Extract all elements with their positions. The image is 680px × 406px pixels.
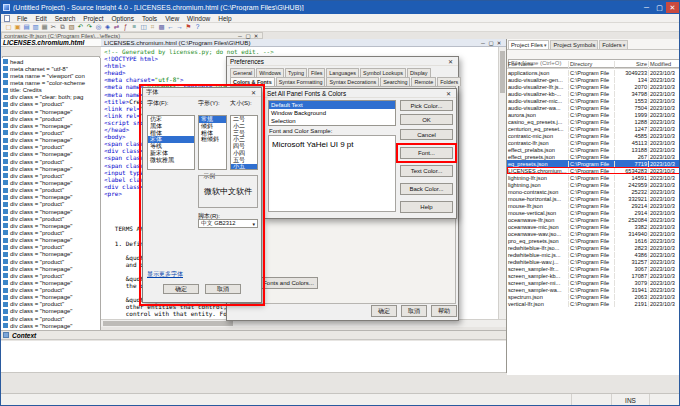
cancel-button[interactable]: 取消 xyxy=(401,305,427,317)
tab-files[interactable]: Files xyxy=(308,68,325,77)
new-file-icon[interactable]: ▢ xyxy=(4,23,13,31)
symbol-item[interactable]: div class = "product" xyxy=(1,172,100,179)
cancel-button[interactable]: 取消 xyxy=(205,284,241,294)
undo-icon[interactable]: ↶ xyxy=(76,23,85,31)
symbol-item[interactable]: div class = "product" xyxy=(1,244,100,251)
symbol-window-icon[interactable]: ≡ xyxy=(130,23,139,31)
table-row[interactable]: effect_presets.jsonC:\Program File267202… xyxy=(507,153,680,160)
symbol-item[interactable]: meta charset = "utf-8" xyxy=(1,65,100,72)
tab-colors-fonts[interactable]: Colors & Fonts xyxy=(230,77,275,86)
column-header-directory[interactable]: Directory xyxy=(569,61,615,68)
symbol-item[interactable]: div class = "clear: both; pag xyxy=(1,94,100,101)
table-row[interactable]: eq_presets.jsonC:\Program File77192023/1… xyxy=(507,160,680,167)
context-window-icon[interactable]: ◫ xyxy=(139,23,148,31)
project-window-icon[interactable]: ▩ xyxy=(157,23,166,31)
list-item[interactable]: 小五 xyxy=(231,164,257,170)
color-item-default-text[interactable]: Default Text xyxy=(269,101,395,109)
document-icon[interactable] xyxy=(4,15,10,22)
table-row[interactable]: redwhiteblue-mic.js...C:\Program File438… xyxy=(507,251,680,258)
symbol-item[interactable]: div class = "product" xyxy=(1,201,100,208)
table-row[interactable]: audio-visualizer-mic...C:\Program File15… xyxy=(507,97,680,104)
list-item[interactable]: 微软雅黑 xyxy=(148,157,194,164)
symbol-item[interactable]: div class = "homepage" xyxy=(1,165,100,172)
go-back-icon[interactable]: ← xyxy=(166,23,175,31)
symbol-item[interactable]: div class = "homepage" xyxy=(1,308,100,315)
copy-icon[interactable]: ⧉ xyxy=(58,23,67,31)
ok-button[interactable]: OK xyxy=(400,114,453,125)
close-icon[interactable]: ✕ xyxy=(446,58,455,65)
table-row[interactable]: oceanwave-mic.jsonC:\Program File3382202… xyxy=(507,223,680,230)
cut-icon[interactable]: ✂ xyxy=(49,23,58,31)
tab-folders[interactable]: Folders▾ xyxy=(599,40,628,49)
tab-typing[interactable]: Typing xyxy=(285,68,307,77)
symbol-item[interactable]: div class = "product" xyxy=(1,144,100,151)
table-row[interactable]: lightning.jsonC:\Program File2429592023/… xyxy=(507,181,680,188)
table-row[interactable]: applications.jsonC:\Program File30492332… xyxy=(507,69,680,76)
menu-tools[interactable]: Tools xyxy=(138,15,161,22)
symbol-item[interactable]: title: Credits xyxy=(1,87,100,94)
minimize-icon[interactable]: ─ xyxy=(479,40,487,46)
table-row[interactable]: redwhiteblue-lfr.jso...C:\Program File28… xyxy=(507,244,680,251)
color-item-selection[interactable]: Selection xyxy=(269,117,395,125)
table-row[interactable]: mouse-vertical.jsonC:\Program File291420… xyxy=(507,209,680,216)
symbol-item[interactable]: div class = "product" xyxy=(1,129,100,136)
menu-edit[interactable]: Edit xyxy=(31,15,50,22)
scrollbar-thumb[interactable] xyxy=(500,51,505,93)
symbol-item[interactable]: div class = "product" xyxy=(1,301,100,308)
save-icon[interactable]: ▤ xyxy=(22,23,31,31)
minimize-icon[interactable]: ─ xyxy=(236,33,244,39)
script-select[interactable]: 中文 GB2312 ▾ xyxy=(198,219,258,228)
back-color-button[interactable]: Back Color... xyxy=(400,183,453,195)
search-icon[interactable]: ◎ xyxy=(94,23,103,31)
close-icon[interactable]: ✕ xyxy=(495,40,503,46)
tab-searching[interactable]: Searching xyxy=(380,77,410,86)
licenses-file-row[interactable]: LICENSES.chromium...C:\Program File65342… xyxy=(507,167,680,174)
symbol-item[interactable]: div class = "product" xyxy=(1,215,100,222)
table-row[interactable]: redwhiteblue-wav.j...C:\Program File3125… xyxy=(507,258,680,265)
go-forward-icon[interactable]: → xyxy=(175,23,184,31)
table-row[interactable]: contrastc-mic.jsonC:\Program File4585202… xyxy=(507,132,680,139)
cancel-button[interactable]: Cancel xyxy=(400,129,453,140)
table-row[interactable]: mono-contrastc.jsonC:\Program File252322… xyxy=(507,188,680,195)
symbol-item[interactable]: div class = "homepage" xyxy=(1,279,100,286)
symbol-item[interactable]: div class = "product" xyxy=(1,258,100,265)
ok-button[interactable]: 确定 xyxy=(163,284,199,294)
symbol-item[interactable]: div class = "product" xyxy=(1,187,100,194)
help-button[interactable]: 帮助 xyxy=(431,305,457,317)
paste-icon[interactable]: ▧ xyxy=(67,23,76,31)
tab-folders[interactable]: Folders xyxy=(437,77,461,86)
text-color-button[interactable]: Text Color... xyxy=(400,165,453,177)
tab-windows[interactable]: Windows xyxy=(256,68,284,77)
redo-icon[interactable]: ↷ xyxy=(85,23,94,31)
symbol-item[interactable]: div class = "homepage" xyxy=(1,108,100,115)
editor-vscrollbar[interactable] xyxy=(498,47,506,319)
table-row[interactable]: screen_sampler-mi...C:\Program File30792… xyxy=(507,279,680,286)
symbol-item[interactable]: meta name = "color-scheme xyxy=(1,79,100,86)
tab-project-symbols[interactable]: Project Symbols xyxy=(550,40,598,49)
menu-view[interactable]: View xyxy=(161,15,183,22)
context-panel-header[interactable]: Context xyxy=(1,330,506,340)
browse-symbols-icon[interactable]: ƒ xyxy=(121,23,130,31)
list-item[interactable]: 粗倾斜 xyxy=(199,136,226,143)
maximize-icon[interactable]: ▢ xyxy=(653,2,666,13)
symbol-item[interactable]: div class = "product" xyxy=(1,272,100,279)
menu-file[interactable]: File xyxy=(13,15,31,22)
symbol-item[interactable]: div class = "homepage" xyxy=(1,137,100,144)
tab-remote[interactable]: Remote xyxy=(411,77,436,86)
symbol-item[interactable]: div class = "product" xyxy=(1,115,100,122)
close-icon[interactable]: ✕ xyxy=(249,89,258,96)
table-row[interactable]: lightning-lfr.jsonC:\Program File1459120… xyxy=(507,174,680,181)
ok-button[interactable]: 确定 xyxy=(371,305,397,317)
help-button[interactable]: Help xyxy=(400,201,453,213)
replace-icon[interactable]: ⇄ xyxy=(112,23,121,31)
symbol-item[interactable]: div class = "product" xyxy=(1,315,100,322)
table-row[interactable]: audio-visualizer-kb-...C:\Program File34… xyxy=(507,90,680,97)
symbol-item[interactable]: div class = "product" xyxy=(1,229,100,236)
symbol-item[interactable]: div class = "homepage" xyxy=(1,222,100,229)
bookmark-icon[interactable]: ⚑ xyxy=(184,23,193,31)
table-row[interactable]: screen_sampler-kb...C:\Program File17087… xyxy=(507,272,680,279)
tab-symbol-lookups[interactable]: Symbol Lookups xyxy=(360,68,406,77)
scrollbar-thumb[interactable] xyxy=(103,321,233,326)
symbol-item[interactable]: meta name = "viewport" con xyxy=(1,72,100,79)
close-icon[interactable]: ✕ xyxy=(444,90,453,97)
